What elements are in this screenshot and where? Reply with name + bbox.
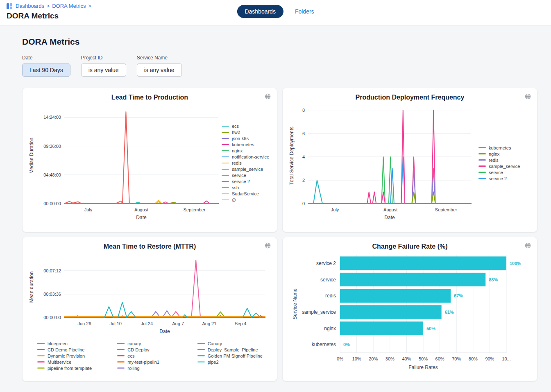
filter-date-value[interactable]: Last 90 Days bbox=[22, 63, 70, 77]
tile-lead-time: Lead Time to Production 00:00:0004:48:00… bbox=[22, 88, 277, 232]
legend-label: canary bbox=[127, 341, 141, 346]
legend-item[interactable]: kubernetes bbox=[478, 145, 520, 151]
filter-date-label: Date bbox=[22, 55, 70, 61]
svg-text:redis: redis bbox=[325, 293, 336, 299]
legend-item[interactable]: bluegreen bbox=[37, 340, 107, 347]
change-failure-rate-chart: 0%10%20%30%40%50%60%70%80%90%10...100%se… bbox=[292, 250, 528, 375]
svg-text:0: 0 bbox=[302, 201, 305, 206]
svg-text:30%: 30% bbox=[385, 356, 394, 361]
legend-item[interactable]: pipe2 bbox=[197, 359, 267, 365]
legend-swatch bbox=[197, 355, 205, 356]
svg-text:8: 8 bbox=[302, 108, 305, 113]
filter-date: Date Last 90 Days bbox=[22, 55, 70, 77]
legend-item[interactable]: redis bbox=[222, 160, 269, 166]
tile-title: Production Deployment Frequency bbox=[288, 94, 531, 101]
legend-item[interactable]: service 2 bbox=[478, 175, 520, 181]
legend-label: Dynamic Provision bbox=[48, 353, 85, 358]
svg-text:10%: 10% bbox=[352, 356, 361, 361]
legend-item[interactable]: CD Demo Pipeline bbox=[37, 347, 107, 353]
tile-grid: Lead Time to Production 00:00:0004:48:00… bbox=[22, 88, 537, 381]
legend-item[interactable]: sample_service bbox=[222, 166, 269, 172]
legend-label: ecs bbox=[127, 353, 134, 358]
svg-text:61%: 61% bbox=[444, 310, 453, 315]
legend-item[interactable]: nginx bbox=[222, 148, 269, 154]
legend-item[interactable]: nginx bbox=[478, 151, 520, 157]
legend-swatch bbox=[222, 144, 229, 145]
legend-item[interactable]: canary bbox=[117, 340, 186, 347]
legend-item[interactable]: service bbox=[222, 172, 269, 179]
filter-project-id-value[interactable]: is any value bbox=[81, 63, 126, 77]
legend-label: service bbox=[232, 173, 246, 178]
view-tabs: Dashboards Folders bbox=[237, 5, 314, 18]
deployment-frequency-chart: 02468JulyAugustSeptemberDateTotal Servic… bbox=[288, 101, 478, 225]
legend-item[interactable]: ecs bbox=[222, 123, 269, 129]
globe-icon[interactable] bbox=[524, 242, 532, 251]
svg-text:90%: 90% bbox=[485, 356, 494, 361]
legend-label: service 2 bbox=[489, 176, 507, 181]
legend-swatch bbox=[117, 349, 125, 350]
legend-item[interactable]: pipeline from template bbox=[37, 365, 107, 371]
legend-label: json-k8s bbox=[232, 136, 249, 141]
svg-text:10...: 10... bbox=[502, 356, 510, 361]
legend-label: SudarService bbox=[232, 191, 259, 196]
svg-text:Aug 21: Aug 21 bbox=[202, 321, 216, 326]
legend-item[interactable]: kubernetes bbox=[222, 142, 269, 148]
legend-item[interactable]: Deploy_Sample_Pipeline bbox=[197, 347, 267, 353]
legend-item[interactable]: rolling bbox=[117, 365, 186, 371]
globe-icon[interactable] bbox=[264, 242, 272, 251]
mttr-chart: 00:00:0000:03:3600:07:12Jun 26Jul 10Jul … bbox=[28, 250, 270, 337]
svg-text:sample_service: sample_service bbox=[302, 309, 336, 315]
svg-text:50%: 50% bbox=[426, 326, 435, 331]
legend-item[interactable]: service bbox=[478, 169, 520, 175]
breadcrumb-separator: > bbox=[88, 3, 91, 9]
globe-icon[interactable] bbox=[524, 93, 532, 102]
legend-swatch bbox=[222, 156, 229, 158]
breadcrumb-link-dora-metrics[interactable]: DORA Metrics bbox=[52, 3, 86, 9]
legend-swatch bbox=[222, 187, 229, 188]
svg-text:00:03:36: 00:03:36 bbox=[43, 292, 61, 297]
tab-folders[interactable]: Folders bbox=[295, 8, 314, 15]
lead-time-chart: 00:00:0004:48:0009:36:0014:24:00JulyAugu… bbox=[28, 101, 221, 225]
filter-project-id: Project ID is any value bbox=[81, 55, 126, 77]
legend-label: Multiservice bbox=[48, 360, 71, 365]
legend-item[interactable]: CD Deploy bbox=[117, 347, 186, 353]
legend-item[interactable]: ecs bbox=[117, 353, 186, 359]
svg-text:Aug 7: Aug 7 bbox=[172, 321, 184, 326]
legend-item[interactable]: sample_service bbox=[478, 163, 520, 169]
legend-item[interactable]: redis bbox=[478, 157, 520, 163]
svg-text:Jun 26: Jun 26 bbox=[77, 321, 91, 326]
tile-title: Mean Time to Restore (MTTR) bbox=[28, 243, 271, 250]
breadcrumb-link-dashboards[interactable]: Dashboards bbox=[16, 3, 44, 9]
svg-text:80%: 80% bbox=[468, 356, 477, 361]
filter-service-name-value[interactable]: is any value bbox=[137, 63, 182, 77]
globe-icon[interactable] bbox=[264, 93, 272, 102]
legend-label: redis bbox=[489, 158, 499, 163]
legend-item[interactable]: ∅ bbox=[222, 197, 269, 203]
svg-text:0%: 0% bbox=[337, 356, 343, 361]
svg-text:Date: Date bbox=[384, 215, 395, 220]
svg-text:Failure Rates: Failure Rates bbox=[408, 365, 438, 370]
dashboards-grid-icon bbox=[7, 3, 12, 9]
tile-mttr: Mean Time to Restore (MTTR) 00:00:0000:0… bbox=[22, 237, 277, 381]
breadcrumb-separator: > bbox=[47, 3, 50, 9]
legend-item[interactable]: service 2 bbox=[222, 179, 269, 185]
legend-item[interactable]: hw2 bbox=[222, 129, 269, 136]
svg-text:40%: 40% bbox=[402, 356, 411, 361]
legend-item[interactable]: json-k8s bbox=[222, 136, 269, 142]
legend-item[interactable]: Golden PM Signoff Pipeline bbox=[197, 353, 267, 359]
filter-service-name: Service Name is any value bbox=[137, 55, 182, 77]
legend-item[interactable]: my-test-pipelin1 bbox=[117, 359, 186, 365]
legend-item[interactable]: ssh bbox=[222, 185, 269, 191]
legend-label: ssh bbox=[232, 185, 239, 190]
legend-item[interactable]: Dynamic Provision bbox=[37, 353, 107, 359]
legend-item[interactable]: Multiservice bbox=[37, 359, 107, 365]
svg-text:Mean duration: Mean duration bbox=[29, 272, 34, 303]
legend-swatch bbox=[478, 178, 486, 179]
tab-dashboards[interactable]: Dashboards bbox=[237, 5, 283, 18]
legend-swatch bbox=[117, 367, 125, 369]
legend-item[interactable]: notification-service bbox=[222, 154, 269, 160]
legend-swatch bbox=[197, 361, 205, 363]
legend-item[interactable]: Canary bbox=[197, 340, 267, 347]
legend-swatch bbox=[197, 349, 205, 350]
legend-item[interactable]: SudarService bbox=[222, 191, 269, 197]
